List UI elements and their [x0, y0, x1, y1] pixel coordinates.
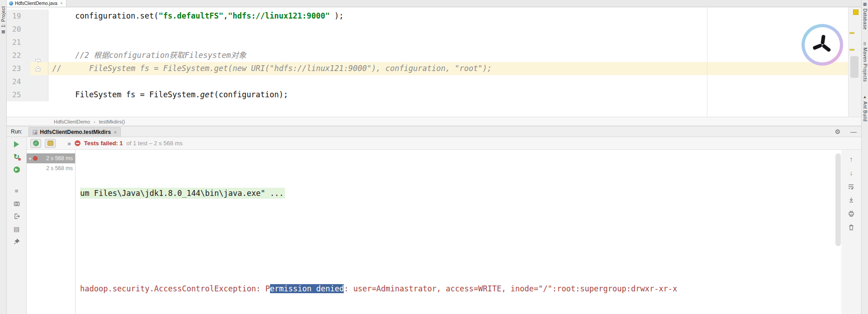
maven-icon: m	[863, 42, 867, 46]
editor-line[interactable]: 22 //2 根据configuration获取Filesystem对象	[7, 49, 861, 62]
rerun-button[interactable]	[13, 140, 20, 148]
code-text	[48, 75, 861, 88]
gear-icon[interactable]: ⚙	[835, 128, 840, 135]
show-ignored-toggle[interactable]	[45, 139, 56, 148]
ant-icon: ▲	[863, 95, 867, 100]
up-arrow-icon: ↑	[849, 155, 853, 163]
tool-button-database[interactable]: ▦ Database	[863, 2, 868, 29]
ignored-icon	[47, 141, 53, 146]
soft-wrap-icon	[848, 183, 855, 190]
trash-icon	[848, 224, 855, 231]
stop-button[interactable]: ■	[13, 187, 20, 195]
right-margin-guide	[707, 7, 707, 117]
print-button[interactable]	[848, 209, 855, 217]
clear-console-button[interactable]	[848, 223, 855, 231]
test-tree[interactable]: ▾2 s 568 ms2 s 568 ms	[27, 150, 76, 314]
editor-scrollbar-thumb[interactable]	[850, 56, 859, 78]
pin-icon	[13, 238, 20, 245]
code-segment: ,	[223, 11, 228, 20]
play-icon	[14, 141, 19, 147]
run-tab-title: HdfsClientDemo.testMkdirs	[40, 129, 111, 135]
test-tree-row[interactable]: ▾2 s 568 ms	[27, 153, 75, 163]
breadcrumb-class[interactable]: HdfsClientDemo	[54, 119, 90, 124]
editor-tab-hdfsclientdemo[interactable]: HdfsClientDemo.java ×	[7, 0, 66, 7]
code-editor[interactable]: 19 configuration.set("fs.defaultFS","hdf…	[7, 7, 861, 117]
tests-failed-label: Tests failed: 1	[84, 140, 123, 147]
tool-button-project[interactable]: ▦ 1: Project	[1, 6, 6, 34]
editor-tab-bar: HdfsClientDemo.java ×	[7, 0, 861, 7]
breadcrumb-method[interactable]: testMkdirs()	[99, 119, 125, 124]
console-scrollbar-thumb[interactable]	[835, 153, 841, 246]
fold-gutter	[30, 36, 48, 49]
close-icon[interactable]: ×	[60, 1, 63, 6]
line-number: 21	[7, 36, 30, 49]
line-number: 23	[7, 62, 30, 75]
code-segment: //2 根据configuration获取Filesystem对象	[52, 51, 247, 60]
soft-wrap-button[interactable]	[848, 182, 855, 190]
tool-button-ant-build[interactable]: ▲ Ant Build	[863, 95, 868, 121]
test-runner-toolbar: ✓ » Tests failed: 1 of 1 test – 2 s 568 …	[27, 137, 861, 150]
show-passed-toggle[interactable]: ✓	[30, 139, 41, 148]
line-number: 22	[7, 49, 30, 62]
database-label: Database	[863, 9, 868, 30]
toggle-auto-test-button[interactable]: ▶	[13, 166, 20, 173]
right-tool-strip: ▦ Database m Maven Projects ▲ Ant Build	[861, 0, 868, 314]
tests-failed-detail: of 1 test – 2 s 568 ms	[127, 140, 183, 147]
code-text: configuration.set("fs.defaultFS","hdfs:/…	[48, 10, 861, 23]
fold-marker-icon[interactable]	[35, 66, 41, 72]
fold-gutter	[30, 88, 48, 101]
editor-line[interactable]: 24	[7, 75, 861, 88]
chevron-down-icon[interactable]: ▾	[29, 156, 31, 161]
project-icon: ▦	[1, 29, 5, 34]
code-segment: (configuration);	[214, 90, 288, 99]
run-tab-testmkdirs[interactable]: HdfsClientDemo.testMkdirs ×	[28, 127, 121, 137]
run-left-toolbar: ↻ ▶ ■ ▤	[7, 137, 27, 314]
java-class-icon	[9, 1, 13, 5]
stop-icon: ■	[15, 187, 19, 194]
selected-text: ermission denied	[270, 284, 344, 293]
minimize-icon[interactable]: —	[850, 128, 857, 135]
run-panel-label: Run:	[11, 128, 22, 135]
fold-gutter	[30, 10, 48, 23]
editor-line[interactable]: 23 // FileSystem fs = FileSystem.get(new…	[7, 62, 861, 75]
watermark-logo	[802, 24, 843, 66]
editor-error-stripe[interactable]	[848, 7, 861, 117]
run-tool-window-header: Run: HdfsClientDemo.testMkdirs × ⚙ —	[7, 126, 861, 137]
run-console[interactable]: um Files\Java\jdk1.8.0_144\bin\java.exe"…	[76, 150, 841, 314]
line-number: 20	[7, 23, 30, 36]
code-segment: "hdfs://linux121:9000"	[228, 11, 330, 20]
inspection-status-icon[interactable]	[853, 10, 859, 15]
print-icon	[848, 210, 855, 217]
next-occurrence-button[interactable]: ↓	[848, 169, 855, 176]
editor-line[interactable]: 19 configuration.set("fs.defaultFS","hdf…	[7, 10, 861, 23]
ant-build-label: Ant Build	[863, 101, 868, 122]
editor-line[interactable]: 21	[7, 36, 861, 49]
test-history-button[interactable]	[13, 200, 20, 207]
maven-projects-label: Maven Projects	[863, 48, 868, 82]
tool-button-maven-projects[interactable]: m Maven Projects	[863, 42, 868, 82]
import-tests-button[interactable]	[13, 212, 20, 220]
rerun-failed-tests-button[interactable]: ↻	[13, 153, 20, 161]
test-failed-icon	[33, 156, 38, 161]
down-arrow-icon: ↓	[849, 169, 853, 176]
layout-options-button[interactable]: ▤	[13, 225, 20, 233]
code-segment: configuration.set(	[52, 11, 158, 20]
chevron-double-icon[interactable]: »	[67, 140, 71, 147]
tri-blade-logo-icon	[811, 33, 834, 57]
previous-occurrence-button[interactable]: ↑	[848, 155, 855, 163]
scroll-to-end-icon	[848, 196, 855, 204]
tests-failed-icon	[75, 140, 81, 146]
line-number: 19	[7, 10, 30, 23]
editor-line[interactable]: 20	[7, 23, 861, 36]
pin-tab-button[interactable]	[13, 238, 20, 245]
fold-gutter	[30, 49, 48, 62]
line-number: 25	[7, 88, 30, 101]
warning-stripe-mark[interactable]	[849, 32, 854, 34]
scroll-to-end-button[interactable]	[848, 196, 855, 204]
close-icon[interactable]: ×	[114, 130, 117, 135]
camera-icon	[13, 200, 20, 207]
test-tree-row[interactable]: 2 s 568 ms	[27, 163, 75, 173]
editor-line[interactable]: 25 FileSystem fs = FileSystem.get(config…	[7, 88, 861, 101]
warning-stripe-mark[interactable]	[849, 49, 854, 51]
fold-gutter	[30, 23, 48, 36]
